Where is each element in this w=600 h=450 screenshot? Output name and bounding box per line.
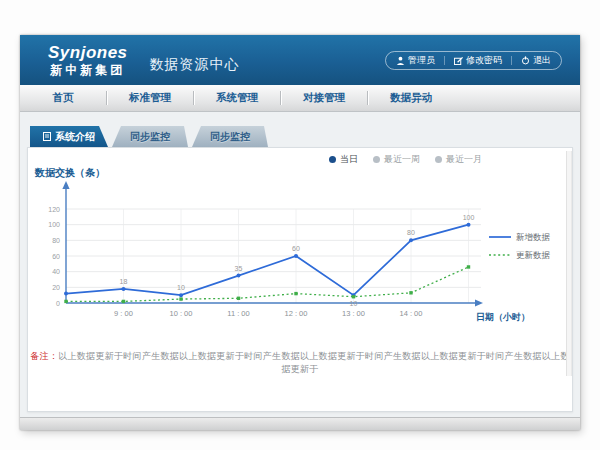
nav-item-interface-mgmt[interactable]: 对接管理 [281,91,367,105]
admin-user-label: 管理员 [408,54,435,67]
data-exchange-line-chart: 数据交换（条）0204060801001209 : 0010 : 0011 : … [31,161,569,341]
tab-label: 系统介绍 [55,130,95,144]
nav-item-home[interactable]: 首页 [20,91,106,105]
svg-text:100: 100 [48,221,60,228]
svg-text:40: 40 [52,268,60,275]
footnote-label: 备注： [30,351,58,361]
nav-item-system-mgmt[interactable]: 系统管理 [194,91,280,105]
svg-text:13 : 00: 13 : 00 [342,309,365,318]
svg-text:35: 35 [235,265,243,272]
svg-text:80: 80 [407,229,415,236]
tab-sync-monitor-1[interactable]: 同步监控 [112,126,188,147]
tab-bar: 系统介绍 同步监控 同步监控 [30,126,268,147]
admin-user-button[interactable]: 管理员 [396,54,435,67]
svg-text:120: 120 [48,206,60,213]
tab-system-intro[interactable]: 系统介绍 [30,126,108,147]
svg-text:100: 100 [463,214,475,221]
svg-text:9 : 00: 9 : 00 [114,309,133,318]
divider [444,56,445,65]
app-window: Synjones 新中新集团 数据资源中心 管理员 修改密码 [20,35,580,430]
app-header: Synjones 新中新集团 数据资源中心 管理员 修改密码 [20,35,580,85]
footnote-text: 以上数据更新于时间产生数据以上数据更新于时间产生数据以上数据更新于时间产生数据以… [58,351,570,374]
user-actions-bar: 管理员 修改密码 退出 [385,51,562,70]
page-title: 数据资源中心 [150,56,240,74]
svg-text:10 : 00: 10 : 00 [170,309,193,318]
content-panel: 当日 最近一周 最近一月 数据交换（条）0204060801001209 : 0… [27,147,573,412]
svg-text:11 : 00: 11 : 00 [227,309,249,318]
svg-text:60: 60 [52,253,60,260]
tab-sync-monitor-2[interactable]: 同步监控 [192,126,268,147]
panel-scrollbar[interactable] [566,151,572,376]
window-footer [20,417,580,430]
nav-item-standard-mgmt[interactable]: 标准管理 [107,91,193,105]
power-icon [521,56,530,65]
svg-text:日期（小时）: 日期（小时） [476,312,530,322]
svg-text:14 : 00: 14 : 00 [400,309,423,318]
svg-text:数据交换（条）: 数据交换（条） [34,167,105,178]
svg-text:10: 10 [177,284,185,291]
footnote: 备注：以上数据更新于时间产生数据以上数据更新于时间产生数据以上数据更新于时间产生… [28,350,572,376]
svg-text:10: 10 [350,300,358,307]
divider [511,56,512,65]
svg-text:60: 60 [292,245,300,252]
user-icon [396,56,405,65]
svg-text:18: 18 [120,278,128,285]
svg-text:0: 0 [56,300,60,307]
svg-text:新增数据: 新增数据 [516,232,551,242]
logout-label: 退出 [533,54,551,67]
svg-text:20: 20 [52,284,60,291]
logo-text-en: Synjones [48,44,128,62]
svg-text:80: 80 [52,237,60,244]
logo-text-cn: 新中新集团 [48,64,128,77]
nav-item-data-change[interactable]: 数据异动 [368,91,454,105]
main-nav: 首页 标准管理 系统管理 对接管理 数据异动 [20,85,580,112]
edit-icon [454,56,463,65]
svg-text:更新数据: 更新数据 [516,250,551,260]
company-logo[interactable]: Synjones 新中新集团 [48,44,128,76]
svg-text:12 : 00: 12 : 00 [285,309,308,318]
change-password-label: 修改密码 [466,54,502,67]
change-password-button[interactable]: 修改密码 [454,54,502,67]
tab-label: 同步监控 [210,130,250,144]
document-icon [43,132,51,141]
tab-label: 同步监控 [130,130,170,144]
logout-button[interactable]: 退出 [521,54,551,67]
